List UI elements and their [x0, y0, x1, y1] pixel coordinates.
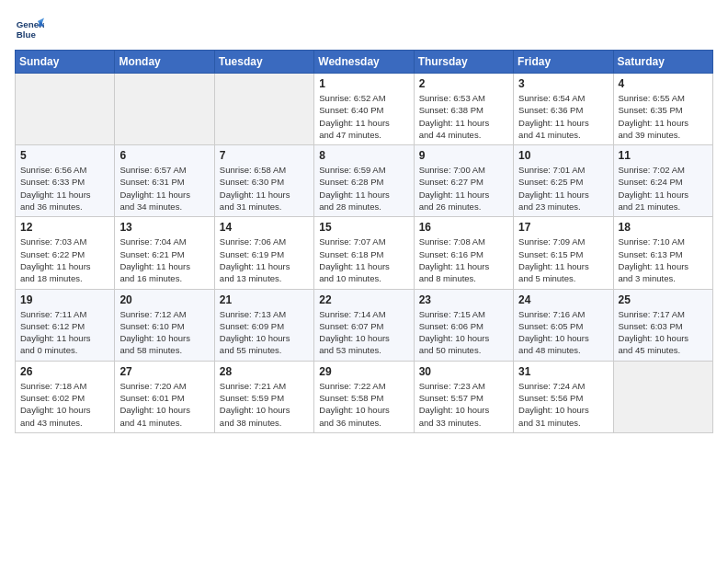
day-info: Sunrise: 7:09 AM Sunset: 6:15 PM Dayligh… [518, 236, 608, 284]
day-number: 29 [319, 365, 408, 378]
calendar-cell: 17Sunrise: 7:09 AM Sunset: 6:15 PM Dayli… [514, 217, 613, 289]
day-number: 26 [20, 365, 109, 378]
day-info: Sunrise: 7:03 AM Sunset: 6:22 PM Dayligh… [20, 236, 109, 284]
calendar-week-row: 12Sunrise: 7:03 AM Sunset: 6:22 PM Dayli… [16, 217, 713, 289]
calendar-cell: 1Sunrise: 6:52 AM Sunset: 6:40 PM Daylig… [314, 74, 414, 145]
weekday-header-thursday: Thursday [414, 51, 513, 74]
calendar-cell: 27Sunrise: 7:20 AM Sunset: 6:01 PM Dayli… [115, 361, 214, 432]
calendar-cell: 29Sunrise: 7:22 AM Sunset: 5:58 PM Dayli… [314, 361, 414, 432]
weekday-header-saturday: Saturday [613, 51, 712, 74]
day-info: Sunrise: 6:57 AM Sunset: 6:31 PM Dayligh… [119, 164, 209, 213]
day-info: Sunrise: 7:12 AM Sunset: 6:10 PM Dayligh… [119, 308, 209, 357]
day-info: Sunrise: 7:11 AM Sunset: 6:12 PM Dayligh… [20, 308, 109, 357]
calendar-cell: 25Sunrise: 7:17 AM Sunset: 6:03 PM Dayli… [613, 289, 712, 361]
day-number: 6 [119, 149, 209, 162]
day-info: Sunrise: 7:15 AM Sunset: 6:06 PM Dayligh… [419, 308, 508, 357]
day-info: Sunrise: 6:53 AM Sunset: 6:38 PM Dayligh… [419, 92, 508, 141]
day-number: 25 [619, 293, 708, 306]
calendar-cell: 12Sunrise: 7:03 AM Sunset: 6:22 PM Dayli… [16, 217, 115, 289]
day-number: 1 [319, 77, 408, 90]
calendar-cell: 28Sunrise: 7:21 AM Sunset: 5:59 PM Dayli… [214, 361, 313, 432]
day-number: 4 [619, 77, 708, 90]
day-info: Sunrise: 7:08 AM Sunset: 6:16 PM Dayligh… [419, 236, 508, 284]
day-info: Sunrise: 6:54 AM Sunset: 6:36 PM Dayligh… [518, 92, 608, 141]
day-number: 11 [619, 149, 708, 162]
calendar-cell: 26Sunrise: 7:18 AM Sunset: 6:02 PM Dayli… [16, 361, 115, 432]
day-info: Sunrise: 7:10 AM Sunset: 6:13 PM Dayligh… [619, 236, 708, 284]
calendar-cell: 23Sunrise: 7:15 AM Sunset: 6:06 PM Dayli… [414, 289, 513, 361]
calendar-week-row: 26Sunrise: 7:18 AM Sunset: 6:02 PM Dayli… [16, 361, 713, 432]
calendar-cell [16, 74, 115, 145]
calendar-cell: 9Sunrise: 7:00 AM Sunset: 6:27 PM Daylig… [414, 145, 513, 217]
weekday-header-friday: Friday [514, 51, 613, 74]
day-number: 31 [518, 365, 608, 378]
day-number: 18 [619, 221, 708, 234]
calendar-cell: 24Sunrise: 7:16 AM Sunset: 6:05 PM Dayli… [514, 289, 613, 361]
header: General Blue [15, 15, 713, 44]
calendar-cell: 2Sunrise: 6:53 AM Sunset: 6:38 PM Daylig… [414, 74, 513, 145]
calendar-cell: 21Sunrise: 7:13 AM Sunset: 6:09 PM Dayli… [214, 289, 313, 361]
calendar-header-row: SundayMondayTuesdayWednesdayThursdayFrid… [16, 51, 713, 74]
day-info: Sunrise: 7:04 AM Sunset: 6:21 PM Dayligh… [119, 236, 209, 284]
day-number: 28 [220, 365, 309, 378]
calendar-cell: 11Sunrise: 7:02 AM Sunset: 6:24 PM Dayli… [613, 145, 712, 217]
calendar-cell: 20Sunrise: 7:12 AM Sunset: 6:10 PM Dayli… [115, 289, 214, 361]
day-number: 20 [119, 293, 209, 306]
day-info: Sunrise: 6:59 AM Sunset: 6:28 PM Dayligh… [319, 164, 408, 213]
logo: General Blue [15, 15, 48, 44]
day-number: 3 [518, 77, 608, 90]
day-info: Sunrise: 7:21 AM Sunset: 5:59 PM Dayligh… [220, 380, 309, 429]
weekday-header-tuesday: Tuesday [214, 51, 313, 74]
day-info: Sunrise: 7:13 AM Sunset: 6:09 PM Dayligh… [220, 308, 309, 357]
calendar-cell: 5Sunrise: 6:56 AM Sunset: 6:33 PM Daylig… [16, 145, 115, 217]
day-number: 13 [119, 221, 209, 234]
calendar-cell: 4Sunrise: 6:55 AM Sunset: 6:35 PM Daylig… [613, 74, 712, 145]
calendar-cell [613, 361, 712, 432]
calendar-cell: 3Sunrise: 6:54 AM Sunset: 6:36 PM Daylig… [514, 74, 613, 145]
logo-icon: General Blue [15, 15, 44, 44]
day-info: Sunrise: 7:20 AM Sunset: 6:01 PM Dayligh… [119, 380, 209, 429]
day-info: Sunrise: 7:00 AM Sunset: 6:27 PM Dayligh… [419, 164, 508, 213]
day-number: 9 [419, 149, 508, 162]
calendar: SundayMondayTuesdayWednesdayThursdayFrid… [15, 50, 713, 433]
calendar-cell: 18Sunrise: 7:10 AM Sunset: 6:13 PM Dayli… [613, 217, 712, 289]
day-info: Sunrise: 7:06 AM Sunset: 6:19 PM Dayligh… [220, 236, 309, 284]
day-number: 16 [419, 221, 508, 234]
day-number: 15 [319, 221, 408, 234]
day-number: 19 [20, 293, 109, 306]
calendar-cell: 8Sunrise: 6:59 AM Sunset: 6:28 PM Daylig… [314, 145, 414, 217]
calendar-cell: 15Sunrise: 7:07 AM Sunset: 6:18 PM Dayli… [314, 217, 414, 289]
day-number: 10 [518, 149, 608, 162]
day-number: 22 [319, 293, 408, 306]
calendar-cell: 19Sunrise: 7:11 AM Sunset: 6:12 PM Dayli… [16, 289, 115, 361]
calendar-cell: 14Sunrise: 7:06 AM Sunset: 6:19 PM Dayli… [214, 217, 313, 289]
day-info: Sunrise: 7:02 AM Sunset: 6:24 PM Dayligh… [619, 164, 708, 213]
calendar-cell: 6Sunrise: 6:57 AM Sunset: 6:31 PM Daylig… [115, 145, 214, 217]
calendar-week-row: 5Sunrise: 6:56 AM Sunset: 6:33 PM Daylig… [16, 145, 713, 217]
day-number: 5 [20, 149, 109, 162]
day-info: Sunrise: 7:16 AM Sunset: 6:05 PM Dayligh… [518, 308, 608, 357]
day-info: Sunrise: 7:17 AM Sunset: 6:03 PM Dayligh… [619, 308, 708, 357]
day-info: Sunrise: 7:14 AM Sunset: 6:07 PM Dayligh… [319, 308, 408, 357]
day-number: 30 [419, 365, 508, 378]
day-info: Sunrise: 7:07 AM Sunset: 6:18 PM Dayligh… [319, 236, 408, 284]
day-number: 27 [119, 365, 209, 378]
calendar-week-row: 19Sunrise: 7:11 AM Sunset: 6:12 PM Dayli… [16, 289, 713, 361]
day-info: Sunrise: 7:23 AM Sunset: 5:57 PM Dayligh… [419, 380, 508, 429]
calendar-cell: 10Sunrise: 7:01 AM Sunset: 6:25 PM Dayli… [514, 145, 613, 217]
day-number: 14 [220, 221, 309, 234]
weekday-header-sunday: Sunday [16, 51, 115, 74]
calendar-cell: 30Sunrise: 7:23 AM Sunset: 5:57 PM Dayli… [414, 361, 513, 432]
day-number: 21 [220, 293, 309, 306]
calendar-cell [214, 74, 313, 145]
day-info: Sunrise: 6:58 AM Sunset: 6:30 PM Dayligh… [220, 164, 309, 213]
day-number: 2 [419, 77, 508, 90]
calendar-week-row: 1Sunrise: 6:52 AM Sunset: 6:40 PM Daylig… [16, 74, 713, 145]
day-info: Sunrise: 7:24 AM Sunset: 5:56 PM Dayligh… [518, 380, 608, 429]
day-number: 12 [20, 221, 109, 234]
day-info: Sunrise: 6:56 AM Sunset: 6:33 PM Dayligh… [20, 164, 109, 213]
calendar-cell: 13Sunrise: 7:04 AM Sunset: 6:21 PM Dayli… [115, 217, 214, 289]
calendar-cell: 16Sunrise: 7:08 AM Sunset: 6:16 PM Dayli… [414, 217, 513, 289]
day-info: Sunrise: 7:18 AM Sunset: 6:02 PM Dayligh… [20, 380, 109, 429]
day-number: 7 [220, 149, 309, 162]
